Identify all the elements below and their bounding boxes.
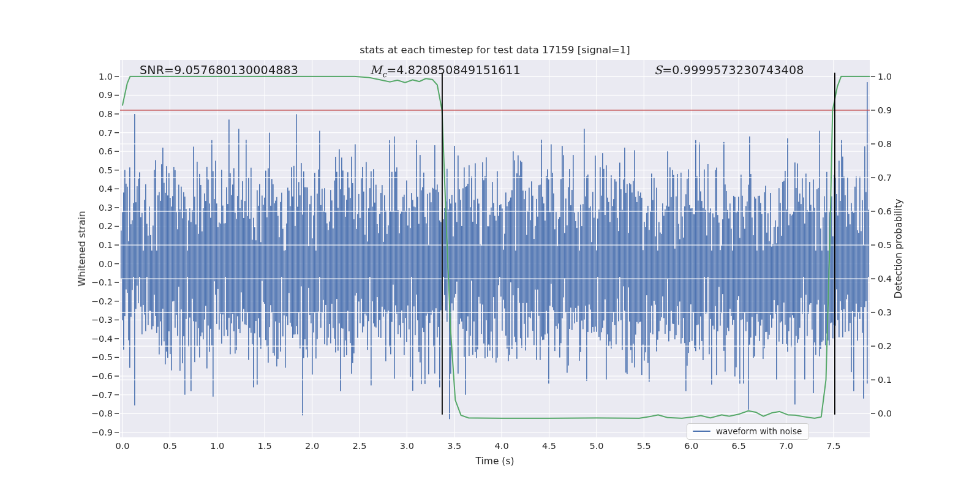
left-y-tick-label: 0.2 <box>99 221 113 231</box>
right-y-tick-label: 1.0 <box>878 72 892 81</box>
x-tick-label: 4.0 <box>495 441 509 451</box>
right-y-tick-label: 0.9 <box>878 105 892 115</box>
annotation-snr: SNR=9.057680130004883 <box>140 63 298 77</box>
annotation-chirp-mass: Mc=4.820850849151611 <box>370 63 521 79</box>
left-y-tick-label: 1.0 <box>99 72 113 81</box>
left-y-tick-label: −0.1 <box>91 277 113 287</box>
x-tick-label: 4.5 <box>542 441 556 451</box>
x-tick-label: 1.5 <box>258 441 272 451</box>
left-y-tick-label: 0.5 <box>99 165 113 175</box>
left-y-tick-label: −0.7 <box>91 390 113 400</box>
annotation-significance: S=0.9999573230743408 <box>654 63 804 77</box>
left-y-tick-label: 0.8 <box>99 109 113 119</box>
figure: stats at each timestep for test data 171… <box>0 0 980 490</box>
x-axis-label: Time (s) <box>475 456 514 467</box>
right-y-axis-label: Detection probability <box>893 199 904 299</box>
right-y-tick-label: 0.7 <box>878 173 892 183</box>
left-y-tick-label: −0.6 <box>91 371 113 381</box>
right-y-tick-label: 0.3 <box>878 307 892 317</box>
x-tick-label: 0.0 <box>115 441 129 451</box>
right-y-tick-label: 0.2 <box>878 341 892 351</box>
x-tick-label: 6.5 <box>732 441 746 451</box>
x-tick-label: 2.5 <box>352 441 366 451</box>
left-y-tick-label: −0.4 <box>91 334 113 344</box>
right-y-tick-label: 0.4 <box>878 274 892 284</box>
left-y-tick-label: 0.1 <box>99 240 113 250</box>
annotation-s-symbol: S <box>654 63 662 77</box>
left-y-tick-label: 0.7 <box>99 128 113 138</box>
right-y-tick-label: 0.8 <box>878 139 892 149</box>
chart-title: stats at each timestep for test data 171… <box>360 44 630 56</box>
right-y-tick-label: 0.1 <box>878 375 892 385</box>
left-y-tick-label: 0.4 <box>99 184 113 194</box>
left-y-tick-label: −0.9 <box>91 428 113 437</box>
right-y-tick-label: 0.5 <box>878 240 892 250</box>
annotation-mc-symbol: M <box>370 63 382 77</box>
left-y-tick-label: 0.0 <box>99 259 113 269</box>
x-tick-label: 5.5 <box>637 441 651 451</box>
annotation-mc-value: =4.820850849151611 <box>386 63 521 77</box>
left-y-axis-label: Whitened strain <box>77 211 88 286</box>
x-tick-label: 3.5 <box>447 441 461 451</box>
legend-label: waveform with noise <box>716 426 802 436</box>
x-tick-label: 3.0 <box>400 441 414 451</box>
left-y-tick-label: 0.3 <box>99 203 113 213</box>
right-y-tick-label: 0.6 <box>878 206 892 216</box>
annotation-s-value: =0.9999573230743408 <box>662 63 804 77</box>
left-y-tick-label: −0.2 <box>91 296 113 306</box>
x-tick-label: 7.0 <box>779 441 793 451</box>
left-y-tick-label: −0.3 <box>91 315 113 325</box>
left-y-tick-label: −0.5 <box>91 352 113 362</box>
right-y-tick-label: 0.0 <box>878 409 892 418</box>
x-tick-label: 5.0 <box>589 441 603 451</box>
x-tick-label: 6.0 <box>684 441 698 451</box>
left-y-tick-label: 0.9 <box>99 90 113 100</box>
x-tick-label: 0.5 <box>163 441 177 451</box>
x-tick-label: 2.0 <box>305 441 319 451</box>
legend: waveform with noise <box>687 423 809 440</box>
legend-line-sample <box>693 431 710 432</box>
left-y-tick-label: 0.6 <box>99 146 113 156</box>
left-y-tick-label: −0.8 <box>91 409 113 418</box>
x-tick-label: 1.0 <box>210 441 224 451</box>
x-tick-label: 7.5 <box>826 441 840 451</box>
